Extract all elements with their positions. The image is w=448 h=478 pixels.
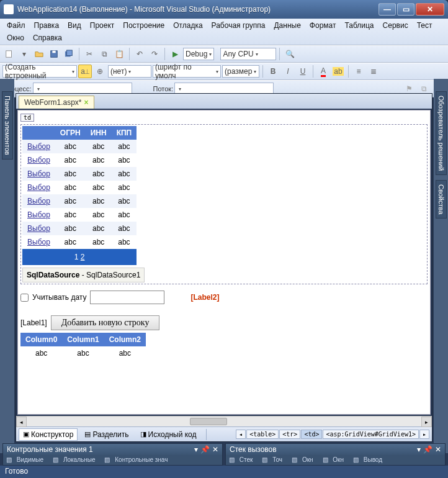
scroll-left-icon[interactable]: ◂ <box>16 417 27 427</box>
save-icon[interactable] <box>47 47 61 61</box>
copy-icon[interactable]: ⧉ <box>97 47 111 61</box>
menu-table[interactable]: Таблица <box>340 20 378 31</box>
cs-tab-breakpoints[interactable]: ▧ Точ <box>259 455 289 464</box>
horizontal-scrollbar[interactable]: ◂ ▸ <box>16 416 432 426</box>
select-link[interactable]: Выбор <box>27 238 50 246</box>
bold-icon[interactable]: B <box>266 65 280 78</box>
dropdown-icon[interactable]: ▾ <box>194 445 198 454</box>
undo-icon[interactable]: ↶ <box>133 47 146 61</box>
dropdown-icon[interactable]: ▾ <box>417 445 421 454</box>
menu-test[interactable]: Тест <box>413 20 437 31</box>
create-inline-dropdown[interactable]: (Создать встроенный▾ <box>2 65 77 78</box>
gv-cell: abc <box>112 208 137 222</box>
font-dropdown[interactable]: (шрифт по умолч▾ <box>153 65 221 78</box>
menu-service[interactable]: Сервис <box>379 20 413 31</box>
gv-cell: abc <box>55 235 86 249</box>
close-button[interactable]: ✕ <box>416 3 444 16</box>
forecolor-icon[interactable]: A <box>316 65 330 78</box>
element-crumb[interactable]: td <box>20 114 34 122</box>
menu-file[interactable]: Файл <box>2 20 30 31</box>
highlight-icon[interactable]: a⟂ <box>78 65 92 78</box>
open-icon[interactable] <box>32 47 46 61</box>
minimize-button[interactable]: — <box>379 3 396 16</box>
watch-tab-locals[interactable]: ▧ Локальные <box>50 455 101 464</box>
split-view-button[interactable]: ▤ Разделить <box>80 428 133 441</box>
menu-build[interactable]: Построение <box>119 20 169 31</box>
gv2-h0: Column0 <box>20 333 62 346</box>
tagpath-tr[interactable]: <tr> <box>279 430 300 439</box>
platform-dropdown[interactable]: Any CPU▾ <box>220 48 276 60</box>
cs-tab-win2[interactable]: ▧ Окн <box>320 455 350 464</box>
cs-tab-win1[interactable]: ▧ Окн <box>289 455 319 464</box>
add-row-button[interactable]: Добавить новую строку <box>51 315 160 330</box>
menu-team[interactable]: Рабочая группа <box>207 20 270 31</box>
align-icon[interactable]: ≡ <box>352 65 365 78</box>
menu-window[interactable]: Окно <box>2 32 29 43</box>
paste-icon[interactable]: 📋 <box>112 47 126 61</box>
menu-format[interactable]: Формат <box>305 20 341 31</box>
close-tab-icon[interactable]: × <box>84 98 88 107</box>
close-pane-icon[interactable]: ✕ <box>212 445 218 454</box>
find-icon[interactable]: 🔍 <box>283 47 297 61</box>
design-surface[interactable]: td ОГРН ИНН КПП Выборabcabcabc Выборabca… <box>17 110 431 415</box>
add-item-icon[interactable]: ▾ <box>17 47 31 61</box>
target-icon[interactable]: ⊕ <box>93 65 107 78</box>
menu-help[interactable]: Справка <box>29 32 66 43</box>
select-link[interactable]: Выбор <box>27 156 50 165</box>
new-project-icon[interactable] <box>2 47 16 61</box>
cs-tab-stack[interactable]: ▧ Стек <box>226 455 259 464</box>
list-icon[interactable]: ≣ <box>367 65 380 78</box>
tab-webform1[interactable]: WebForm1.aspx* × <box>19 96 94 109</box>
cut-icon[interactable]: ✂ <box>83 47 96 61</box>
underline-icon[interactable]: U <box>296 65 310 78</box>
date-textbox[interactable] <box>90 291 164 304</box>
style-dropdown[interactable]: (нет)▾ <box>108 65 151 78</box>
watch-tab-visible[interactable]: ▧ Видимые <box>3 455 50 464</box>
scroll-thumb[interactable] <box>190 418 227 425</box>
watch-tab-watch[interactable]: ▧ Контрольные знач <box>101 455 174 464</box>
tagpath-table[interactable]: <table> <box>246 430 279 439</box>
tagpath-td[interactable]: <td> <box>301 430 322 439</box>
pin-icon[interactable]: 📌 <box>423 445 432 454</box>
menu-debug[interactable]: Отладка <box>169 20 207 31</box>
properties-panel[interactable]: Свойства <box>436 180 447 219</box>
size-dropdown[interactable]: (размер▾ <box>222 65 259 78</box>
gridview2[interactable]: Column0 Column1 Column2 abc abc abc <box>20 333 146 360</box>
menu-view[interactable]: Вид <box>63 20 86 31</box>
pager[interactable]: 1 2 <box>22 249 137 265</box>
italic-icon[interactable]: I <box>281 65 295 78</box>
select-link[interactable]: Выбор <box>27 169 50 178</box>
label2: [Label2] <box>190 293 219 302</box>
select-link[interactable]: Выбор <box>27 210 50 219</box>
save-all-icon[interactable] <box>62 47 76 61</box>
select-link[interactable]: Выбор <box>27 183 50 192</box>
watch-pane[interactable]: Контрольные значения 1 ▾📌✕ ▧ Видимые ▧ Л… <box>2 443 223 466</box>
start-debug-icon[interactable]: ▶ <box>168 47 182 61</box>
design-view-button[interactable]: ▣ Конструктор <box>19 428 78 441</box>
standard-toolbar: ▾ ✂ ⧉ 📋 ↶ ↷ ▶ Debug▾ Any CPU▾ 🔍 <box>0 45 448 63</box>
config-dropdown[interactable]: Debug▾ <box>183 48 214 60</box>
menu-edit[interactable]: Правка <box>30 20 64 31</box>
tagpath-nav-left[interactable]: ◂ <box>236 430 246 439</box>
maximize-button[interactable]: ▭ <box>397 3 414 16</box>
menu-data[interactable]: Данные <box>269 20 305 31</box>
redo-icon[interactable]: ↷ <box>148 47 161 61</box>
gridview1[interactable]: ОГРН ИНН КПП Выборabcabcabc Выборabcabca… <box>22 126 137 265</box>
pin-icon[interactable]: 📌 <box>200 445 210 454</box>
callstack-pane[interactable]: Стек вызовов ▾📌✕ ▧ Стек ▧ Точ ▧ Окн ▧ Ок… <box>225 443 446 466</box>
backcolor-icon[interactable]: ab <box>331 65 345 78</box>
tagpath-gridview[interactable]: <asp:GridView#GridView1> <box>323 430 419 439</box>
solution-explorer-panel[interactable]: Обозреватель решений <box>436 91 447 175</box>
toolbox-panel[interactable]: Панель элементов <box>2 91 13 160</box>
select-link[interactable]: Выбор <box>27 142 50 151</box>
source-view-button[interactable]: ◨ Исходный код <box>136 428 201 441</box>
checkbox-use-date[interactable] <box>20 294 29 302</box>
cs-tab-output[interactable]: ▧ Вывод <box>350 455 388 464</box>
scroll-right-icon[interactable]: ▸ <box>421 417 432 427</box>
select-link[interactable]: Выбор <box>27 224 50 233</box>
tagpath-nav-right[interactable]: ▸ <box>419 430 429 439</box>
menu-project[interactable]: Проект <box>86 20 119 31</box>
close-pane-icon[interactable]: ✕ <box>435 445 441 454</box>
select-link[interactable]: Выбор <box>27 197 50 205</box>
sqldatasource-label[interactable]: SqlDataSource - SqlDataSource1 <box>22 268 145 282</box>
